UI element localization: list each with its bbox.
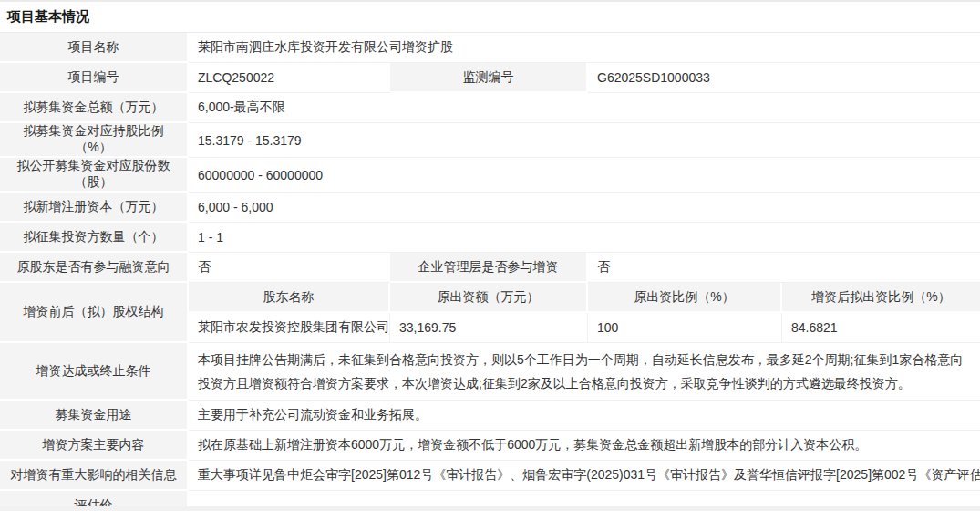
field-value-share-count: 60000000 - 60000000 (189, 158, 980, 193)
equity-cell-original-ratio: 100 (588, 313, 782, 343)
equity-cell-original-amount: 33,169.75 (390, 313, 588, 343)
field-value-plan-content: 拟在原基础上新增注册资本6000万元，增资金额不低于6000万元，募集资金总金额… (189, 431, 980, 461)
page-bottom-divider (0, 506, 980, 511)
field-value-deal-conditions: 本项目挂牌公告期满后，未征集到合格意向投资方，则以5个工作日为一个周期，自动延长… (189, 343, 980, 401)
field-label-original-shareholder-intent: 原股东是否有参与融资意向 (0, 253, 189, 283)
section-title: 项目基本情况 (0, 2, 980, 33)
field-value-monitor-code: G62025SD1000033 (588, 63, 980, 93)
equity-cell-post-ratio: 84.6821 (782, 313, 980, 343)
table-row-shareholder-intent: 原股东是否有参与融资意向 否 企业管理层是否参与增资 否 (0, 253, 980, 283)
field-value-related-info: 重大事项详见鲁中炬会审字[2025]第012号《审计报告》、烟鲁宏审字(2025… (189, 461, 980, 491)
table-row-funds-usage: 募集资金用途 主要用于补充公司流动资金和业务拓展。 (0, 401, 980, 431)
field-label-total-funds: 拟募集资金总额（万元） (0, 93, 189, 123)
field-label-management-participation: 企业管理层是否参与增资 (390, 253, 588, 283)
field-label-related-info: 对增资有重大影响的相关信息 (0, 461, 189, 491)
table-row-deal-conditions: 增资达成或终止条件 本项目挂牌公告期满后，未征集到合格意向投资方，则以5个工作日… (0, 343, 980, 401)
table-row-share-count: 拟公开募集资金对应股份数（股） 60000000 - 60000000 (0, 158, 980, 193)
field-value-funds-usage: 主要用于补充公司流动资金和业务拓展。 (189, 401, 980, 431)
table-row-project-name: 项目名称 莱阳市南泗庄水库投资开发有限公司增资扩股 (0, 33, 980, 63)
field-label-project-code: 项目编号 (0, 63, 189, 93)
field-value-total-funds: 6,000-最高不限 (189, 93, 980, 123)
project-info-table: 项目基本情况 项目名称 莱阳市南泗庄水库投资开发有限公司增资扩股 项目编号 ZL… (0, 2, 980, 511)
field-label-investor-count: 拟征集投资方数量（个） (0, 223, 189, 253)
field-label-shareholding-ratio: 拟募集资金对应持股比例（%） (0, 123, 189, 158)
field-value-original-shareholder-intent: 否 (189, 253, 390, 283)
field-label-project-name: 项目名称 (0, 33, 189, 63)
field-label-plan-content: 增资方案主要内容 (0, 431, 189, 461)
field-value-shareholding-ratio: 15.3179 - 15.3179 (189, 123, 980, 158)
field-label-equity-structure: 增资前后（拟）股权结构 (0, 283, 189, 343)
table-row-related-info: 对增资有重大影响的相关信息 重大事项详见鲁中炬会审字[2025]第012号《审计… (0, 461, 980, 491)
field-value-new-registered-capital: 6,000 - 6,000 (189, 193, 980, 223)
table-row-plan-content: 增资方案主要内容 拟在原基础上新增注册资本6000万元，增资金额不低于6000万… (0, 431, 980, 461)
equity-header-post-ratio: 增资后拟出资比例（%） (782, 283, 980, 313)
field-label-new-registered-capital: 拟新增注册资本（万元） (0, 193, 189, 223)
field-label-funds-usage: 募集资金用途 (0, 401, 189, 431)
project-basic-info-page: 项目基本情况 项目名称 莱阳市南泗庄水库投资开发有限公司增资扩股 项目编号 ZL… (0, 0, 980, 511)
table-row: 项目基本情况 (0, 2, 980, 33)
table-row-project-code: 项目编号 ZLCQ250022 监测编号 G62025SD1000033 (0, 63, 980, 93)
table-row-total-funds: 拟募集资金总额（万元） 6,000-最高不限 (0, 93, 980, 123)
equity-cell-shareholder-name: 莱阳市农发投资控股集团有限公司 (189, 313, 390, 343)
equity-header-original-amount: 原出资额（万元） (390, 283, 588, 313)
field-label-monitor-code: 监测编号 (390, 63, 588, 93)
field-value-project-code: ZLCQ250022 (189, 63, 390, 93)
equity-header-shareholder-name: 股东名称 (189, 283, 390, 313)
table-row-new-registered-capital: 拟新增注册资本（万元） 6,000 - 6,000 (0, 193, 980, 223)
field-value-investor-count: 1 - 1 (189, 223, 980, 253)
equity-table-header-row: 增资前后（拟）股权结构 股东名称 原出资额（万元） 原出资比例（%） 增资后拟出… (0, 283, 980, 313)
table-row-shareholding-ratio: 拟募集资金对应持股比例（%） 15.3179 - 15.3179 (0, 123, 980, 158)
table-row-investor-count: 拟征集投资方数量（个） 1 - 1 (0, 223, 980, 253)
field-value-project-name: 莱阳市南泗庄水库投资开发有限公司增资扩股 (189, 33, 980, 63)
field-label-share-count: 拟公开募集资金对应股份数（股） (0, 158, 189, 193)
field-value-management-participation: 否 (588, 253, 980, 283)
field-label-deal-conditions: 增资达成或终止条件 (0, 343, 189, 401)
equity-header-original-ratio: 原出资比例（%） (588, 283, 782, 313)
